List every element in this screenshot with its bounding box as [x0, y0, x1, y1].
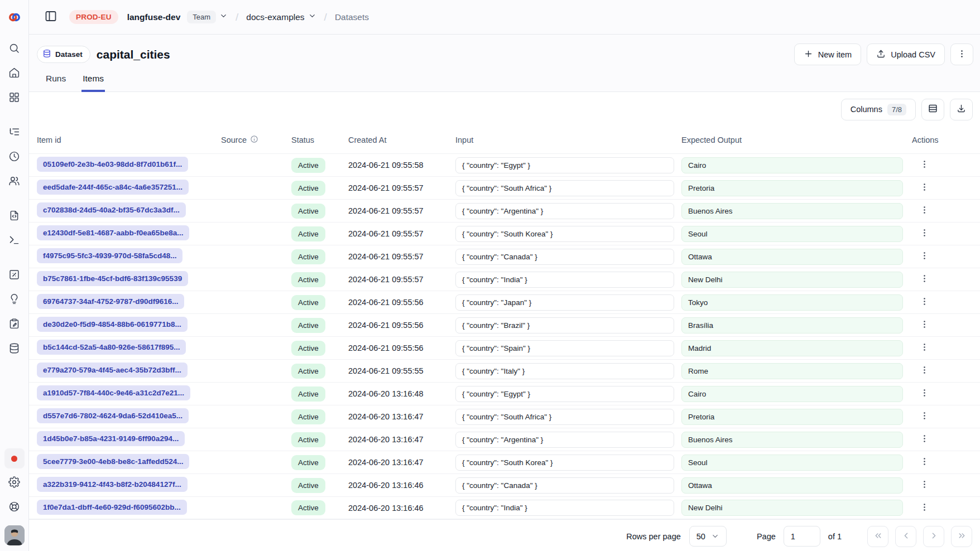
input-value[interactable]: { "country": "Egypt" } [455, 157, 674, 173]
input-value[interactable]: { "country": "Brazil" } [455, 317, 674, 334]
input-value[interactable]: { "country": "South Korea" } [455, 226, 674, 242]
row-actions-button[interactable] [916, 455, 932, 470]
row-actions-button[interactable] [916, 203, 932, 219]
input-value[interactable]: { "country": "Italy" } [455, 363, 674, 379]
expected-output-value[interactable]: Cairo [681, 386, 903, 402]
row-height-button[interactable] [921, 99, 944, 120]
input-value[interactable]: { "country": "South Africa" } [455, 409, 674, 425]
tab-runs[interactable]: Runs [45, 74, 67, 92]
row-actions-button[interactable] [916, 500, 932, 516]
item-id-link[interactable]: e779a270-579a-4f45-aec4-35b72d3bff... [37, 362, 188, 378]
item-id-link[interactable]: b5c144cd-52a5-4a80-926e-58617f895... [37, 340, 186, 355]
sidebar-item-home[interactable] [4, 64, 25, 84]
expected-output-value[interactable]: Brasília [681, 317, 903, 334]
item-id-link[interactable]: 69764737-34af-4752-9787-d90df9616... [37, 294, 184, 309]
expected-output-value[interactable]: Tokyo [681, 294, 903, 311]
export-button[interactable] [950, 99, 973, 120]
expected-output-value[interactable]: Seoul [681, 226, 903, 242]
item-id-link[interactable]: e12430df-5e81-4687-aabb-f0ea65be8a... [37, 225, 189, 240]
expected-output-value[interactable]: Ottawa [681, 249, 903, 265]
row-actions-button[interactable] [916, 157, 932, 173]
sidebar-item-playground[interactable] [4, 231, 25, 251]
page-number-input[interactable] [784, 526, 820, 547]
row-actions-button[interactable] [916, 477, 932, 493]
next-page-button[interactable] [923, 526, 944, 547]
sidebar-item-ideas[interactable] [4, 290, 25, 310]
item-id-link[interactable]: 05109ef0-2e3b-4e03-98dd-8f7d01b61f... [37, 157, 188, 172]
input-value[interactable]: { "country": "Argentina" } [455, 432, 674, 448]
expected-output-value[interactable]: Ottawa [681, 477, 903, 494]
item-id-link[interactable]: 1d45b0e7-b85a-4231-9149-6ff90a294... [37, 431, 185, 446]
breadcrumb-project[interactable]: docs-examples [246, 12, 304, 22]
expected-output-value[interactable]: Seoul [681, 455, 903, 471]
recording-indicator-button[interactable] [4, 448, 25, 468]
row-actions-button[interactable] [916, 363, 932, 379]
expected-output-value[interactable]: New Delhi [681, 500, 903, 516]
sidebar-item-support[interactable] [4, 497, 25, 518]
sidebar-item-datasets[interactable] [4, 339, 25, 359]
project-switcher-button[interactable] [308, 12, 316, 22]
last-page-button[interactable] [951, 526, 972, 547]
org-switcher-button[interactable] [219, 12, 228, 22]
expected-output-value[interactable]: Pretoria [681, 180, 903, 196]
item-id-link[interactable]: a322b319-9412-4f43-b8f2-b20484127f... [37, 477, 188, 492]
sidebar-toggle-button[interactable] [42, 9, 59, 26]
rows-per-page-select[interactable]: 50 [689, 526, 727, 547]
expected-output-value[interactable]: New Delhi [681, 272, 903, 288]
sidebar-item-prompts[interactable] [4, 206, 25, 226]
item-id-link[interactable]: 1f0e7da1-dbff-4e60-929d-f6095602bb... [37, 500, 187, 515]
item-id-link[interactable]: a1910d57-7f84-440c-9e46-a31c2d7e21... [37, 385, 190, 400]
dataset-actions-menu-button[interactable] [950, 44, 973, 65]
item-id-link[interactable]: b75c7861-1fbe-45cf-bdf6-83f139c95539 [37, 271, 188, 286]
sidebar-item-dashboards[interactable] [4, 88, 25, 108]
user-avatar[interactable] [4, 525, 25, 545]
first-page-button[interactable] [867, 526, 888, 547]
item-id-link[interactable]: f4975c95-5fc3-4939-970d-58fa5cd48... [37, 248, 182, 263]
expected-output-value[interactable]: Cairo [681, 157, 903, 173]
row-actions-button[interactable] [916, 432, 932, 447]
info-icon[interactable] [250, 135, 258, 145]
item-id-link[interactable]: 5cee7779-3e00-4eb8-be8c-1affedd524... [37, 454, 189, 469]
new-item-button[interactable]: New item [794, 44, 861, 65]
input-value[interactable]: { "country": "Canada" } [455, 249, 674, 265]
input-value[interactable]: { "country": "Egypt" } [455, 386, 674, 402]
row-actions-button[interactable] [916, 249, 932, 264]
row-actions-button[interactable] [916, 317, 932, 333]
sidebar-item-evaluators[interactable] [4, 265, 25, 286]
sidebar-item-annotation[interactable] [4, 315, 25, 335]
input-value[interactable]: { "country": "Japan" } [455, 294, 674, 311]
org-name[interactable]: langfuse-dev [127, 12, 181, 22]
item-id-link[interactable]: eed5dafe-244f-465c-a84c-4a6e357251... [37, 180, 189, 195]
expected-output-value[interactable]: Buenos Aires [681, 203, 903, 219]
input-value[interactable]: { "country": "India" } [455, 272, 674, 288]
input-value[interactable]: { "country": "South Africa" } [455, 180, 674, 196]
sidebar-item-users[interactable] [4, 172, 25, 192]
sidebar-item-sessions[interactable] [4, 147, 25, 167]
breadcrumb-section[interactable]: Datasets [335, 12, 369, 22]
row-actions-button[interactable] [916, 272, 932, 287]
sidebar-item-tracing[interactable] [4, 123, 25, 143]
item-id-link[interactable]: d557e7d6-7802-4624-9da6-52d410ea5... [37, 408, 189, 423]
row-actions-button[interactable] [916, 294, 932, 310]
expected-output-value[interactable]: Pretoria [681, 409, 903, 425]
input-value[interactable]: { "country": "Spain" } [455, 340, 674, 356]
previous-page-button[interactable] [895, 526, 916, 547]
input-value[interactable]: { "country": "India" } [455, 500, 674, 516]
sidebar-item-search[interactable] [4, 39, 25, 59]
input-value[interactable]: { "country": "Canada" } [455, 477, 674, 494]
row-actions-button[interactable] [916, 340, 932, 356]
upload-csv-button[interactable]: Upload CSV [867, 44, 945, 65]
item-id-link[interactable]: c702838d-24d5-40a2-bf35-67dc3a3df... [37, 202, 186, 218]
expected-output-value[interactable]: Buenos Aires [681, 432, 903, 448]
tab-items[interactable]: Items [81, 74, 105, 92]
sidebar-item-settings[interactable] [4, 473, 25, 493]
row-actions-button[interactable] [916, 226, 932, 241]
columns-button[interactable]: Columns 7/8 [841, 99, 916, 120]
item-id-link[interactable]: de30d2e0-f5d9-4854-88b6-0619771b8... [37, 317, 188, 332]
row-actions-button[interactable] [916, 386, 932, 402]
row-actions-button[interactable] [916, 180, 932, 196]
row-actions-button[interactable] [916, 409, 932, 424]
input-value[interactable]: { "country": "Argentina" } [455, 203, 674, 219]
expected-output-value[interactable]: Rome [681, 363, 903, 379]
input-value[interactable]: { "country": "South Korea" } [455, 455, 674, 471]
